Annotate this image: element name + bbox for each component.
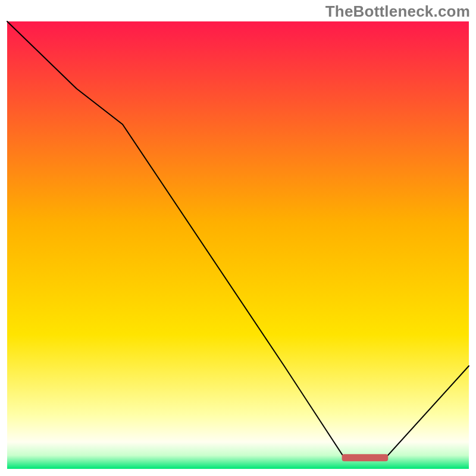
chart-frame: TheBottleneck.com <box>0 0 476 476</box>
optimal-range-marker <box>342 454 389 461</box>
watermark-text: TheBottleneck.com <box>325 2 470 21</box>
bottleneck-chart <box>0 0 476 476</box>
